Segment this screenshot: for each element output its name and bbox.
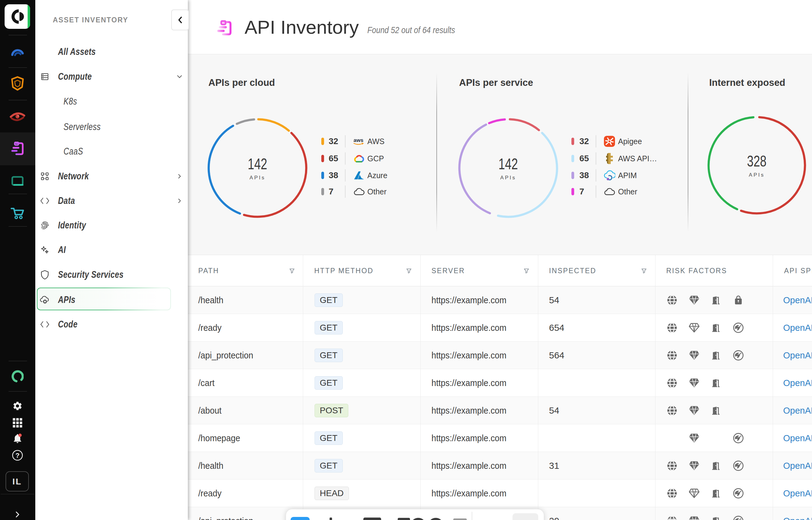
svg-text:aws: aws: [353, 137, 363, 143]
svg-text:?: ?: [15, 452, 19, 459]
